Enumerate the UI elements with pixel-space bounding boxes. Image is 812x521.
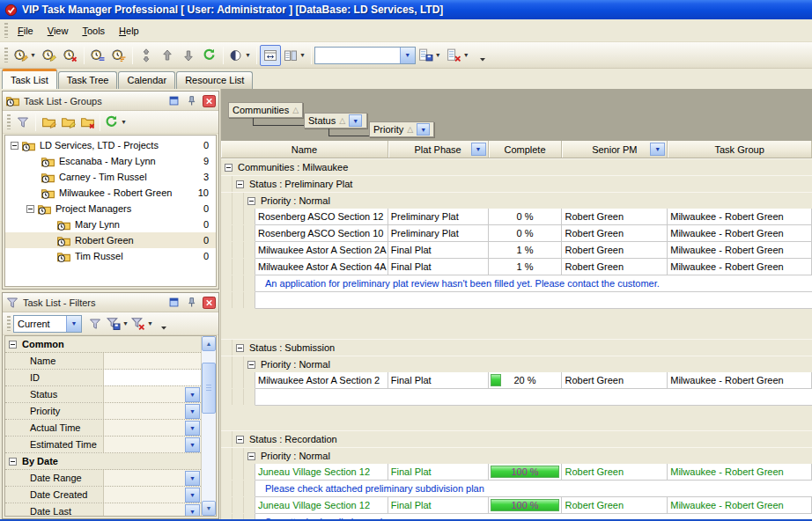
scroll-up-icon[interactable]: ▲	[202, 336, 216, 351]
group-by-status[interactable]: Status△▼	[304, 113, 367, 128]
new-folder-button[interactable]	[39, 113, 58, 132]
group-row[interactable]: Priority : Normal	[221, 447, 812, 464]
chevron-down-icon[interactable]: ▼	[349, 114, 362, 127]
chevron-down-icon[interactable]: ▼	[185, 504, 200, 517]
chevron-down-icon[interactable]: ▼	[185, 488, 200, 503]
task-row[interactable]: Milwaukee Astor A Section 2AFinal Plat1 …	[221, 242, 812, 259]
filter-value-input[interactable]: ▼	[104, 386, 201, 402]
toolbar-combobox[interactable]: ▼	[314, 47, 416, 64]
collapse-expander-icon[interactable]	[26, 205, 34, 213]
customize-columns-button[interactable]: ▼	[281, 45, 308, 66]
filter-preset-combobox[interactable]: Current ▼	[13, 315, 82, 333]
refresh-button[interactable]	[199, 45, 220, 66]
filter-value-input[interactable]: ▼	[104, 437, 201, 452]
overflow-button[interactable]	[472, 45, 493, 66]
task-row[interactable]: Rosenberg ASCO Section 10Preliminary Pla…	[221, 225, 812, 242]
clear-layout-button[interactable]: ▼	[444, 45, 472, 66]
toolbar-grip[interactable]	[7, 316, 11, 331]
overflow-button[interactable]	[154, 314, 173, 334]
chevron-down-icon[interactable]: ▼	[185, 404, 200, 419]
window-position-button[interactable]	[166, 296, 181, 309]
group-row[interactable]: Status : Submission	[221, 339, 812, 356]
refresh-button[interactable]: ▼	[103, 113, 128, 132]
tree-item[interactable]: Escanaba - Mary Lynn9	[5, 153, 216, 169]
move-down-button[interactable]	[178, 45, 199, 66]
collapse-expander-icon[interactable]	[236, 436, 244, 444]
delete-task-button[interactable]	[60, 45, 81, 66]
tree-item[interactable]: Carney - Tim Russel3	[5, 169, 216, 185]
tree-item[interactable]: Robert Green0	[5, 232, 216, 248]
filter-value-input[interactable]: ▼	[104, 487, 201, 503]
close-button[interactable]	[202, 94, 216, 107]
task-row[interactable]: Juneau Village Section 12Final Plat100 %…	[221, 464, 812, 481]
chevron-down-icon[interactable]: ▼	[417, 123, 430, 136]
tab-resource-list[interactable]: Resource List	[176, 71, 253, 89]
filter-value-input[interactable]: ▼	[104, 403, 201, 419]
task-notes-button[interactable]	[87, 45, 108, 66]
note-row[interactable]: An application for preliminary plat revi…	[221, 275, 812, 292]
task-row[interactable]: Juneau Village Section 12Final Plat100 %…	[221, 497, 812, 514]
menu-item-tools[interactable]: Tools	[75, 22, 112, 40]
column-header-task-group[interactable]: Task Group	[668, 141, 812, 158]
collapse-expander-icon[interactable]	[247, 452, 255, 460]
chevron-down-icon[interactable]: ▼	[471, 143, 486, 156]
new-task-button[interactable]: ▼	[11, 45, 39, 66]
pin-button[interactable]	[184, 94, 198, 107]
tree-item[interactable]: Project Managers0	[5, 201, 216, 216]
tree-item[interactable]: Milwaukee - Robert Green10	[5, 185, 216, 201]
filter-value-input[interactable]	[104, 370, 201, 385]
chevron-down-icon[interactable]: ▼	[185, 387, 200, 402]
clear-filter-button[interactable]: ▼	[129, 314, 154, 334]
chevron-down-icon[interactable]: ▼	[650, 143, 665, 156]
column-header-complete[interactable]: Complete	[489, 141, 563, 158]
collapse-expander-icon[interactable]	[247, 197, 255, 205]
tab-task-list[interactable]: Task List	[2, 69, 57, 89]
collapse-expander-icon[interactable]	[225, 164, 233, 172]
task-row[interactable]: Milwaukee Astor A Section 2Final Plat20 …	[221, 372, 812, 389]
column-header-plat-phase[interactable]: Plat Phase▼	[388, 141, 489, 158]
filter-value-input[interactable]: ▼	[104, 470, 201, 486]
collapse-expander-icon[interactable]	[9, 458, 17, 466]
group-row[interactable]: Priority : Normal	[221, 356, 812, 372]
menu-item-file[interactable]: File	[11, 22, 41, 40]
group-by-communities[interactable]: Communities△	[228, 102, 303, 118]
toolbar-grip[interactable]	[7, 114, 11, 129]
scroll-down-icon[interactable]: ▼	[202, 501, 216, 516]
tree-item[interactable]: Mary Lynn0	[5, 216, 216, 232]
tab-calendar[interactable]: Calendar	[118, 71, 175, 89]
move-up-button[interactable]	[157, 45, 178, 66]
collapse-expander-icon[interactable]	[11, 142, 18, 150]
apply-filter-button[interactable]	[85, 314, 105, 334]
filter-button[interactable]	[13, 113, 33, 132]
chevron-down-icon[interactable]: ▼	[400, 48, 415, 63]
collapse-expander-icon[interactable]	[236, 180, 244, 188]
close-button[interactable]	[202, 296, 216, 309]
window-position-button[interactable]	[166, 94, 181, 107]
tree-item[interactable]: Tim Russel0	[5, 248, 216, 264]
tree-item[interactable]: LD Services, LTD - Projects0	[5, 137, 216, 153]
chevron-down-icon[interactable]: ▼	[185, 437, 200, 452]
move-both-button[interactable]	[136, 45, 157, 66]
view-style-button[interactable]: ▼	[226, 45, 254, 66]
note-row[interactable]: Please check attached preliminary subdiv…	[221, 481, 812, 497]
task-sort-button[interactable]	[108, 45, 129, 66]
chevron-down-icon[interactable]: ▼	[185, 421, 200, 436]
filter-value-input[interactable]: ▼	[104, 503, 201, 516]
edit-task-button[interactable]	[39, 45, 60, 66]
chevron-down-icon[interactable]: ▼	[185, 471, 200, 486]
group-row[interactable]: Priority : Normal	[221, 192, 812, 209]
group-row[interactable]: Status : Recordation	[221, 430, 812, 447]
chevron-down-icon[interactable]: ▼	[66, 316, 81, 332]
filter-value-input[interactable]: ▼	[104, 420, 201, 436]
scrollbar-thumb[interactable]	[202, 363, 216, 414]
menu-item-help[interactable]: Help	[112, 22, 146, 40]
toolbar-grip[interactable]	[4, 48, 8, 62]
menu-item-view[interactable]: View	[41, 22, 76, 40]
toolbar-grip[interactable]	[4, 23, 8, 38]
collapse-expander-icon[interactable]	[247, 361, 255, 369]
save-layout-button[interactable]: ▼	[416, 45, 444, 66]
filter-section-header[interactable]: Common	[5, 336, 201, 353]
collapse-expander-icon[interactable]	[9, 341, 17, 349]
save-filter-button[interactable]: ▼	[105, 314, 129, 334]
filters-scrollbar[interactable]: ▲ ▼	[201, 336, 216, 516]
